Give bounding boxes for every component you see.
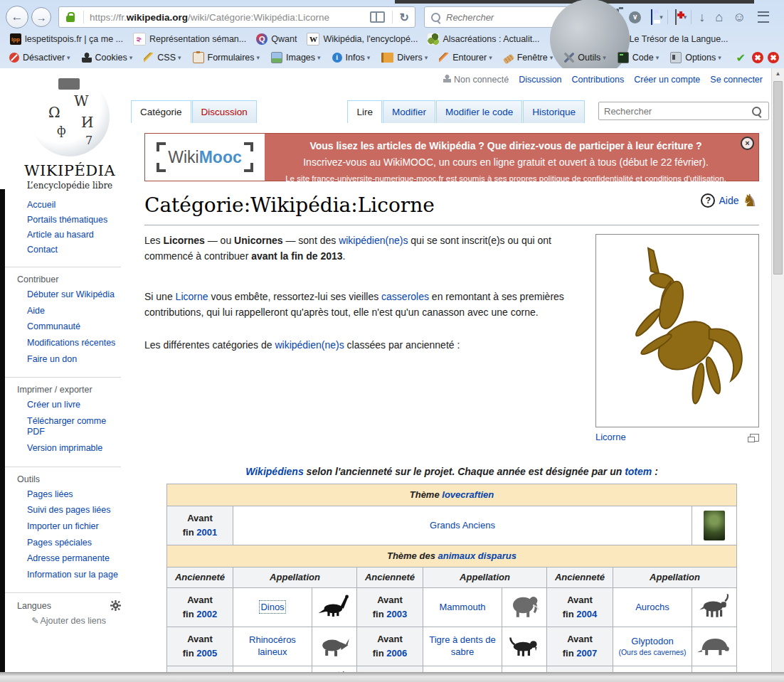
forward-button[interactable]: → <box>31 7 51 27</box>
tab-categorie[interactable]: Catégorie <box>131 100 191 124</box>
reader-mode-icon[interactable] <box>370 11 385 23</box>
licorne-link[interactable]: Licorne <box>176 291 208 302</box>
wikipedien-link[interactable]: wikipédien(ne)s <box>339 235 408 246</box>
devbar-infos[interactable]: iInfos▾ <box>332 53 373 63</box>
back-button[interactable]: ← <box>6 6 28 28</box>
unicorn-image[interactable] <box>595 234 759 427</box>
wiki-search-input[interactable] <box>599 105 752 117</box>
sidebar-section-imprimer: Imprimer / exporter <box>17 385 121 395</box>
bookmark-qwant[interactable]: QQwant <box>256 33 297 45</box>
enlarge-icon[interactable] <box>750 434 759 442</box>
create-account-link[interactable]: Créer un compte <box>634 75 700 85</box>
login-link[interactable]: Se connecter <box>710 75 763 85</box>
sidebar-item-modifications[interactable]: Modifications récentes <box>27 338 115 348</box>
dinos-link[interactable]: Dinos <box>260 602 284 612</box>
aurochs-link[interactable]: Aurochs <box>635 602 669 612</box>
devbar-cookies[interactable]: Cookies▾ <box>82 53 135 63</box>
tab-historique[interactable]: Historique <box>523 100 585 123</box>
year-2001-link[interactable]: 2001 <box>196 527 217 538</box>
sidebar-item-imprimable[interactable]: Version imprimable <box>27 443 102 453</box>
devbar-code[interactable]: Code▾ <box>618 52 661 63</box>
year-2005-link[interactable]: 2005 <box>196 648 217 659</box>
wikipedia-logo[interactable]: W Ω И ф 7 WIKIPÉDIA L’encyclopédie libre <box>13 77 127 191</box>
tab-modifier-code[interactable]: Modifier le code <box>436 100 522 123</box>
sidebar-item-hasard[interactable]: Article au hasard <box>27 230 94 240</box>
thumbnail-caption-link[interactable]: Licorne <box>595 430 626 445</box>
devbar-divers[interactable]: Divers▾ <box>381 53 430 63</box>
sidebar-item-information[interactable]: Information sur la page <box>27 570 118 580</box>
url-text[interactable]: https://fr.wikipedia.org/wiki/Catégorie:… <box>90 12 366 23</box>
devbar-images[interactable]: Images▾ <box>271 52 323 63</box>
caret-icon: ▾ <box>67 54 70 61</box>
tab-lire[interactable]: Lire <box>347 100 382 124</box>
year-2002-link[interactable]: 2002 <box>196 609 217 619</box>
bookmark-wikipedia[interactable]: WWikipédia, l'encyclopé... <box>307 33 418 46</box>
sidebar-item-accueil[interactable]: Accueil <box>27 200 55 210</box>
url-bar[interactable]: https://fr.wikipedia.org/wiki/Catégorie:… <box>58 6 415 28</box>
sidebar-item-permanente[interactable]: Adresse permanente <box>27 553 110 563</box>
valid-check-icon[interactable]: ✔ <box>736 51 746 65</box>
feedback-smiley-icon[interactable]: ☺ <box>733 11 746 23</box>
wikipediens-link[interactable]: Wikipédiens <box>245 466 304 477</box>
devbar-entourer[interactable]: Entourer▾ <box>439 53 494 63</box>
scrollbar-thumb[interactable] <box>773 81 783 275</box>
glyptodon-link[interactable]: Glyptodon <box>631 636 673 646</box>
banner-close-icon[interactable]: × <box>741 137 754 150</box>
year-2007-link[interactable]: 2007 <box>576 648 597 659</box>
wikipedia-wordmark: WIKIPÉDIA <box>13 162 127 179</box>
sidebar-item-debuter[interactable]: Débuter sur Wikipédia <box>27 289 115 299</box>
sidebar-item-pdf[interactable]: Télécharger comme PDF <box>27 416 106 437</box>
devbar-formulaires[interactable]: Formulaires▾ <box>193 52 263 63</box>
year-2004-link[interactable]: 2004 <box>576 609 597 619</box>
wikipedien-link-2[interactable]: wikipédien(ne)s <box>275 339 344 351</box>
sidebar-item-don[interactable]: Faire un don <box>27 354 77 364</box>
lovecraftien-link[interactable]: lovecraftien <box>442 489 494 500</box>
sidebar-item-suivi[interactable]: Suivi des pages liées <box>27 505 110 515</box>
tab-modifier[interactable]: Modifier <box>383 100 435 123</box>
menu-icon[interactable] <box>758 11 769 23</box>
devbar-desactiver[interactable]: Désactiver▾ <box>9 53 73 63</box>
sidebar-item-importer[interactable]: Importer un fichier <box>27 521 99 531</box>
scroll-up-icon[interactable]: ▲ <box>772 68 784 80</box>
bookmark-representation-semantique[interactable]: ఞReprésentation séman... <box>133 33 246 46</box>
add-interlanguage-links[interactable]: ✎Ajouter des liens <box>31 615 131 626</box>
gear-icon[interactable] <box>110 600 121 611</box>
sidebar-item-aide[interactable]: Aide <box>27 306 45 316</box>
bookmark-tresor-langue[interactable]: Le Trésor de la Langue... <box>550 0 729 79</box>
page-tabs: Catégorie Discussion Lire Modifier Modif… <box>131 98 772 124</box>
page-scrollbar[interactable]: ▲ <box>771 68 784 672</box>
wiki-search-box[interactable] <box>598 102 769 120</box>
sidebar-item-speciales[interactable]: Pages spéciales <box>27 538 92 548</box>
tigre-link[interactable]: Tigre à dents de sabre <box>429 634 495 657</box>
sidebar-item-contact[interactable]: Contact <box>27 245 58 255</box>
year-2003-link[interactable]: 2003 <box>386 609 407 619</box>
devbar-options[interactable]: Options▾ <box>670 52 724 63</box>
devbar-css[interactable]: CSS▾ <box>144 53 183 63</box>
casseroles-link[interactable]: casseroles <box>381 291 429 302</box>
year-2006-link[interactable]: 2006 <box>386 648 407 659</box>
aide-link[interactable]: Aide <box>719 193 738 208</box>
caret-icon: ▾ <box>178 54 181 61</box>
js-error-icon[interactable]: ✖ <box>768 52 779 63</box>
tools-icon <box>564 53 574 63</box>
grands-anciens-link[interactable]: Grands Anciens <box>430 520 495 531</box>
devbar-fenetre[interactable]: Fenêtre▾ <box>504 53 556 63</box>
reload-icon[interactable]: ↻ <box>400 11 409 24</box>
sidebar-item-communaute[interactable]: Communauté <box>27 321 80 331</box>
personal-discussion-link[interactable]: Discussion <box>519 75 561 85</box>
rhinoceros-link[interactable]: Rhinocéros laineux <box>249 634 296 657</box>
bookmark-lespetitspois[interactable]: lpplespetitspois.fr | ça me ... <box>10 33 123 45</box>
sidebar-item-portails[interactable]: Portails thématiques <box>27 215 107 225</box>
ours-cavernes-link[interactable]: (Ours des cavernes) <box>618 648 686 656</box>
mammouth-link[interactable]: Mammouth <box>439 602 485 612</box>
personal-contributions-link[interactable]: Contributions <box>572 75 625 85</box>
tab-discussion[interactable]: Discussion <box>192 100 257 123</box>
sidebar-item-pages-liees[interactable]: Pages liées <box>27 489 73 499</box>
css-error-icon[interactable]: ✖ <box>752 52 763 63</box>
sidebar-item-livre[interactable]: Créer un livre <box>27 400 80 410</box>
totem-link[interactable]: totem <box>625 466 652 477</box>
login-status: Non connecté <box>443 75 509 85</box>
animaux-disparus-link[interactable]: animaux disparus <box>438 550 517 561</box>
bookmark-alsacreations[interactable]: Alsacréations : Actualit... <box>428 33 539 45</box>
devbar-outils[interactable]: Outils▾ <box>564 53 608 63</box>
